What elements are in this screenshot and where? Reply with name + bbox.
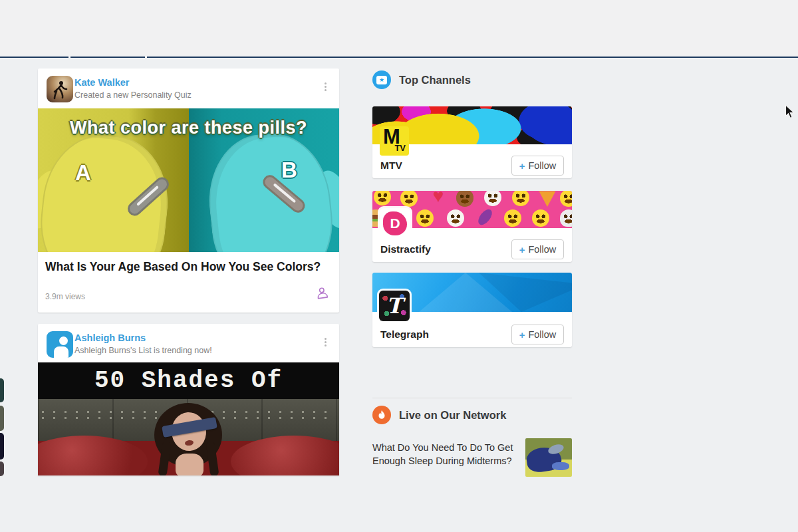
top-navigation-bar xyxy=(0,0,798,57)
option-b-label: B xyxy=(281,158,297,183)
neck xyxy=(176,454,203,475)
avatar[interactable] xyxy=(47,331,73,358)
avatar[interactable] xyxy=(47,76,73,102)
distractify-logo[interactable]: D xyxy=(380,208,410,239)
distractify-logo-blob: D xyxy=(383,211,407,235)
follow-label: Follow xyxy=(528,244,556,255)
follow-label: Follow xyxy=(528,160,556,171)
photo-illustration xyxy=(38,399,339,475)
follow-button[interactable]: + Follow xyxy=(511,156,564,176)
mouse-cursor xyxy=(785,104,795,119)
follow-button[interactable]: + Follow xyxy=(511,239,564,259)
list-cover-image[interactable]: 50 Shades Of xyxy=(38,362,339,475)
activity-text: Ashleigh Burns's List is trending now! xyxy=(74,346,212,355)
follow-label: Follow xyxy=(528,329,556,340)
channel-name[interactable]: MTV xyxy=(380,160,402,172)
top-channels-icon: ★ xyxy=(372,70,391,89)
pizza-emoji xyxy=(539,191,556,207)
channel-card-telegraph: T Telegraph + Follow xyxy=(372,273,572,347)
live-item-thumbnail[interactable] xyxy=(525,438,572,477)
feed-card-quiz: Kate Walker Created a new Personality Qu… xyxy=(38,68,339,313)
joy-emoji xyxy=(416,209,434,227)
page: Kate Walker Created a new Personality Qu… xyxy=(0,0,798,532)
dancer-silhouette xyxy=(47,76,73,102)
grimace-emoji xyxy=(512,191,529,206)
distractify-logo-letter: D xyxy=(390,215,400,231)
live-network-header: Live on Our Network xyxy=(372,406,506,424)
author-link[interactable]: Ashleigh Burns xyxy=(74,332,146,343)
image-title-band: 50 Shades Of xyxy=(38,362,339,399)
views-count: 3.9m views xyxy=(45,292,85,301)
edge-thumbnail-fragment xyxy=(0,406,4,431)
scream-emoji xyxy=(532,209,549,227)
dog-emoji xyxy=(447,209,464,227)
card-menu-button[interactable] xyxy=(321,82,330,94)
heart-emoji: ♥ xyxy=(430,191,447,205)
plus-icon: + xyxy=(519,329,525,340)
telegraph-logo[interactable]: T xyxy=(379,291,410,321)
default-avatar-person-body xyxy=(54,346,68,358)
edge-thumbnail-fragment xyxy=(0,378,4,402)
quiz-image-caption: What color are these pills? xyxy=(38,118,339,138)
channel-card-mtv: M TV MTV + Follow xyxy=(372,106,572,178)
default-avatar-person-icon xyxy=(59,336,68,345)
card-menu-button[interactable] xyxy=(321,338,330,350)
flushed-emoji xyxy=(560,191,572,207)
channel-name[interactable]: Telegraph xyxy=(380,329,429,340)
section-divider xyxy=(372,398,572,398)
section-title: Top Channels xyxy=(399,74,471,86)
eggplant-emoji xyxy=(475,207,494,227)
image-title-text: 50 Shades Of xyxy=(94,367,283,394)
star-icon: ★ xyxy=(376,76,387,84)
nav-underline xyxy=(0,57,798,58)
poop-emoji xyxy=(456,191,473,207)
feed-card-header: Kate Walker Created a new Personality Qu… xyxy=(38,68,339,108)
live-flame-icon xyxy=(372,406,391,424)
option-a-label: A xyxy=(75,160,91,186)
mtv-logo[interactable]: M TV xyxy=(380,126,409,156)
personality-quiz-icon xyxy=(315,286,330,301)
telegraph-logo-letter: T xyxy=(386,293,402,319)
ghost-emoji xyxy=(484,191,501,206)
top-channels-header: ★ Top Channels xyxy=(372,70,471,89)
channel-name[interactable]: Distractify xyxy=(380,243,431,255)
channel-card-distractify: ♥ D Distractify + Follow xyxy=(372,191,572,262)
quiz-cover-image[interactable]: What color are these pills? A B xyxy=(38,108,339,252)
feed-card-list: Ashleigh Burns Ashleigh Burns's List is … xyxy=(38,324,339,475)
quiz-title-link[interactable]: What Is Your Age Based On How You See Co… xyxy=(45,260,331,274)
nav-tab-separator xyxy=(145,57,147,58)
edge-thumbnail-fragment xyxy=(0,462,4,476)
laughing-emoji xyxy=(400,191,418,207)
feed-card-header: Ashleigh Burns Ashleigh Burns's List is … xyxy=(38,324,339,362)
skull-emoji xyxy=(560,209,572,227)
live-item-title[interactable]: What Do You Need To Do To Get Enough Sle… xyxy=(372,441,520,467)
follow-button[interactable]: + Follow xyxy=(511,325,564,344)
activity-text: Created a new Personality Quiz xyxy=(74,90,192,100)
chick-emoji xyxy=(374,191,391,205)
mtv-logo-tv: TV xyxy=(394,143,406,153)
pillow xyxy=(552,462,569,470)
author-link[interactable]: Kate Walker xyxy=(74,77,129,88)
hatching-chick-emoji xyxy=(504,209,521,227)
plus-icon: + xyxy=(519,244,525,255)
nav-tab-separator xyxy=(68,57,70,58)
section-title: Live on Our Network xyxy=(399,409,506,422)
edge-thumbnail-fragment xyxy=(0,433,4,460)
plus-icon: + xyxy=(519,160,525,172)
